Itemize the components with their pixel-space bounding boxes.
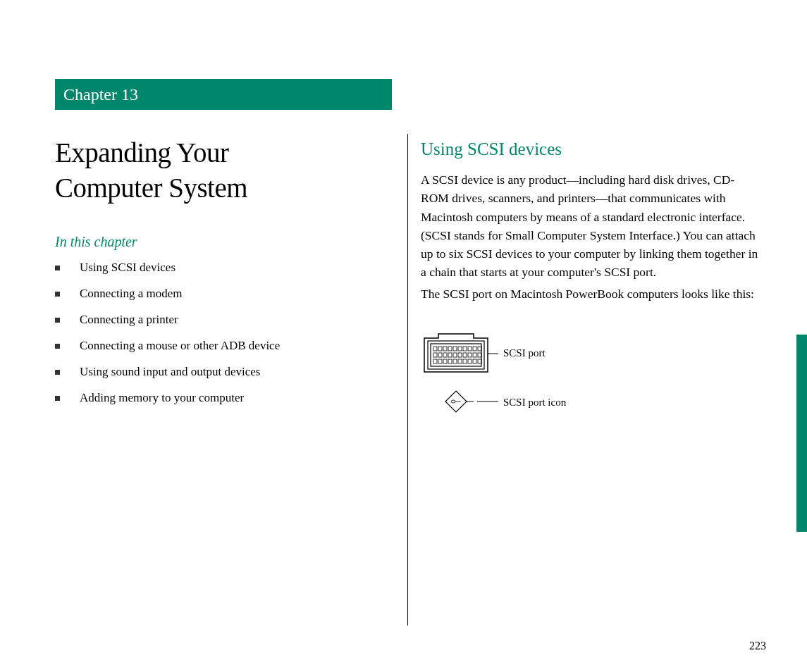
toc-item-text: Adding memory to your computer — [80, 391, 244, 405]
chapter-title-line2: Computer System — [55, 173, 247, 203]
body-paragraph: The SCSI port on Macintosh PowerBook com… — [421, 285, 759, 303]
svg-rect-24 — [443, 359, 447, 363]
chapter-label: Chapter 13 — [63, 85, 138, 104]
svg-rect-15 — [448, 353, 452, 357]
svg-rect-26 — [453, 359, 457, 363]
bullet-icon — [55, 292, 60, 297]
bullet-icon — [55, 318, 60, 323]
svg-rect-9 — [468, 347, 472, 351]
svg-rect-12 — [433, 353, 437, 357]
chapter-title-line1: Expanding Your — [55, 137, 229, 168]
svg-rect-18 — [463, 353, 467, 357]
svg-rect-30 — [473, 359, 476, 363]
toc-item: Using SCSI devices — [55, 261, 280, 275]
diagram-label-icon: SCSI port icon — [503, 397, 566, 409]
toc-item-text: Connecting a printer — [80, 313, 178, 327]
svg-rect-10 — [473, 347, 476, 351]
bullet-icon — [55, 396, 60, 401]
svg-rect-17 — [458, 353, 462, 357]
bullet-icon — [55, 266, 60, 270]
toc-item: Connecting a mouse or other ADB device — [55, 339, 280, 353]
svg-rect-4 — [443, 347, 447, 351]
toc-item-text: Using sound input and output devices — [80, 365, 260, 379]
svg-rect-7 — [458, 347, 462, 351]
svg-rect-0 — [428, 341, 484, 369]
svg-rect-31 — [478, 359, 481, 363]
svg-rect-14 — [443, 353, 447, 357]
svg-rect-2 — [433, 347, 437, 351]
svg-rect-23 — [438, 359, 442, 363]
toc-item: Using sound input and output devices — [55, 365, 280, 379]
toc-item: Connecting a modem — [55, 287, 280, 301]
svg-rect-29 — [468, 359, 472, 363]
svg-rect-21 — [478, 353, 481, 357]
svg-rect-22 — [433, 359, 437, 363]
svg-rect-11 — [478, 347, 481, 351]
column-divider — [407, 134, 408, 626]
toc-heading: In this chapter — [55, 234, 137, 250]
scsi-diagram — [421, 331, 498, 416]
toc-list: Using SCSI devices Connecting a modem Co… — [55, 261, 280, 417]
section-heading: Using SCSI devices — [421, 139, 562, 159]
svg-point-33 — [451, 400, 455, 403]
svg-rect-8 — [463, 347, 467, 351]
toc-item-text: Using SCSI devices — [80, 261, 175, 275]
chapter-banner: Chapter 13 — [55, 79, 392, 110]
body-paragraph: A SCSI device is any product—including h… — [421, 170, 759, 282]
svg-rect-5 — [448, 347, 452, 351]
bullet-icon — [55, 344, 60, 349]
scsi-port-icon — [421, 331, 498, 416]
svg-rect-3 — [438, 347, 442, 351]
svg-rect-20 — [473, 353, 476, 357]
svg-rect-27 — [458, 359, 462, 363]
svg-rect-13 — [438, 353, 442, 357]
toc-item-text: Connecting a mouse or other ADB device — [80, 339, 280, 353]
svg-rect-16 — [453, 353, 457, 357]
chapter-title: Expanding Your Computer System — [55, 135, 247, 206]
page-number: 223 — [749, 640, 766, 652]
bullet-icon — [55, 370, 60, 375]
toc-item: Connecting a printer — [55, 313, 280, 327]
diagram-label-port: SCSI port — [503, 347, 546, 359]
svg-rect-28 — [463, 359, 467, 363]
toc-item: Adding memory to your computer — [55, 391, 280, 405]
svg-rect-6 — [453, 347, 457, 351]
svg-rect-25 — [448, 359, 452, 363]
edge-tab — [796, 335, 807, 532]
svg-rect-19 — [468, 353, 472, 357]
toc-item-text: Connecting a modem — [80, 287, 182, 301]
